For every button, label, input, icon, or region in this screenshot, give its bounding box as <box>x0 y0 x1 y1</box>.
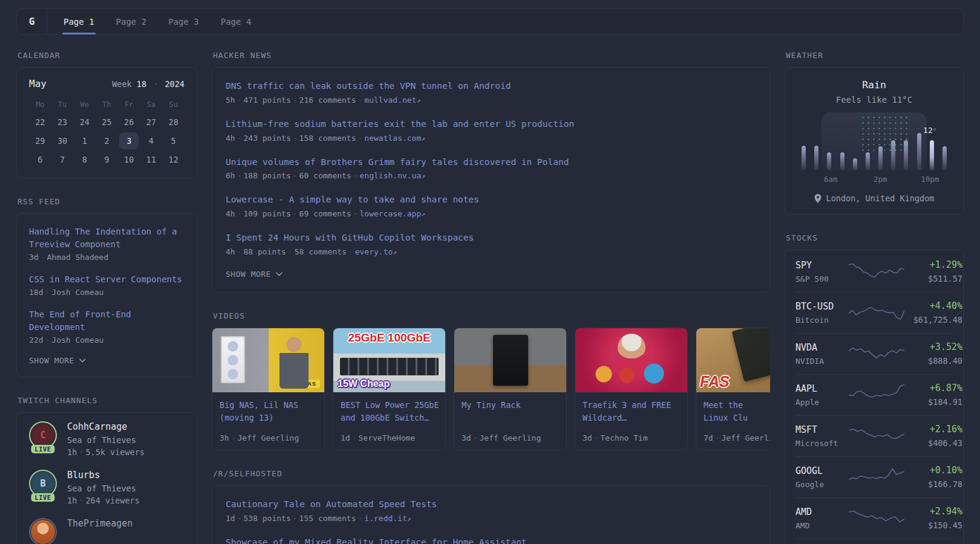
external-link-icon: ↗ <box>421 172 425 180</box>
tab-page-3[interactable]: Page 3 <box>168 9 199 34</box>
stock-row-msft[interactable]: MSFTMicrosoft+2.16%$406.43 <box>795 415 953 456</box>
separator-dot: · <box>291 514 299 523</box>
video-card[interactable]: 25GbE 100GbE15W CheapBEST Low Power 25Gb… <box>333 328 446 450</box>
post-domain-link[interactable]: mullvad.net <box>364 96 416 105</box>
video-card[interactable]: FASMeet theLinux Clu7d·Jeff Geerling <box>696 328 770 450</box>
calendar-day: 28 <box>162 113 185 132</box>
thumbnail-text: 15W Cheap <box>338 378 390 389</box>
post-title[interactable]: Cautionary Tale on Automated Speed Tests <box>226 498 756 511</box>
calendar-day: 26 <box>118 113 140 132</box>
separator-dot: · <box>235 171 244 180</box>
video-age: 1d <box>341 433 350 442</box>
post-domain-link[interactable]: lowercase.app <box>360 209 422 218</box>
video-title[interactable]: My Tiny Rack <box>462 399 559 412</box>
rss-show-more-button[interactable]: SHOW MORE <box>29 356 185 365</box>
post-title[interactable]: Lowercase - A simple way to take and sha… <box>226 193 756 207</box>
calendar-day: 7 <box>51 151 74 169</box>
calendar-day: 2 <box>96 132 118 151</box>
calendar-day: 6 <box>29 151 51 169</box>
stock-row-spy[interactable]: SPYS&P 500+1.29%$511.57 <box>795 251 953 292</box>
tab-page-2[interactable]: Page 2 <box>116 9 147 34</box>
separator-dot: · <box>713 433 722 442</box>
post-title[interactable]: Unique volumes of Brothers Grimm fairy t… <box>226 156 756 169</box>
stock-id: AMDAMD <box>795 507 849 530</box>
external-link-icon: ↗ <box>421 135 425 143</box>
post-age: 4h <box>226 247 235 256</box>
weather-condition: Rain <box>797 79 951 91</box>
video-card[interactable]: Traefik 3 and FREEWildcard…3d·Techno Tim <box>575 328 688 450</box>
external-link-icon: ↗ <box>393 248 397 256</box>
stock-row-googl[interactable]: GOOGLGoogle+0.10%$166.78 <box>795 456 953 497</box>
stock-row-aapl[interactable]: AAPLApple+6.87%$184.91 <box>795 374 953 415</box>
twitch-channel-row[interactable]: CLIVECohhCarnageSea of Thieves1h·5.5k vi… <box>29 421 185 457</box>
stock-name: Bitcoin <box>795 316 849 325</box>
twitch-live-duration: 1h <box>67 496 77 505</box>
right-column: WEATHER Rain Feels like 11°C 12° 6am2pm1… <box>785 51 964 544</box>
video-title[interactable]: Meet theLinux Clu <box>704 399 770 424</box>
twitch-channel-row[interactable]: BLIVEBlurbsSea of Thieves1h·264 viewers <box>29 470 185 505</box>
twitch-channel-name[interactable]: ThePrimeagen <box>67 518 132 529</box>
stock-ticker: AAPL <box>795 383 849 394</box>
rss-item-title[interactable]: The End of Front-End Development <box>29 308 185 334</box>
temperature-bar-current <box>930 140 934 170</box>
selfhosted-card: Cautionary Tale on Automated Speed Tests… <box>212 485 770 544</box>
twitch-channel-info: CohhCarnageSea of Thieves1h·5.5k viewers <box>67 421 145 457</box>
post-domain-link[interactable]: english.nv.ua <box>360 171 422 180</box>
middle-column: HACKER NEWS DNS traffic can leak outside… <box>212 51 770 544</box>
post-title[interactable]: Showcase of my Mixed Reality Interface f… <box>226 536 756 544</box>
stock-row-amd[interactable]: AMDAMD+2.94%$150.45 <box>795 497 953 539</box>
hackernews-show-more-button[interactable]: SHOW MORE <box>226 270 756 279</box>
video-channel: Techno Tim <box>600 433 647 442</box>
rss-item-title[interactable]: Handling The Indentation of a Treeview C… <box>29 225 185 251</box>
stock-price: $184.91 <box>904 397 962 407</box>
post-age: 5h <box>226 96 235 105</box>
video-title[interactable]: Traefik 3 and FREEWildcard… <box>583 399 680 424</box>
stock-row-btc-usd[interactable]: BTC-USDBitcoin+4.40%$61,725.48 <box>795 292 953 333</box>
post-item: Cautionary Tale on Automated Speed Tests… <box>226 498 756 523</box>
tab-page-1[interactable]: Page 1 <box>64 9 94 34</box>
stock-change: +0.10% <box>904 465 962 476</box>
tab-page-4[interactable]: Page 4 <box>221 9 252 34</box>
stock-ticker: NVDA <box>795 342 849 353</box>
separator-dot: · <box>351 209 360 218</box>
post-title[interactable]: I Spent 24 Hours with GitHub Copilot Wor… <box>226 232 756 245</box>
selfhosted-widget: /R/SELFHOSTED Cautionary Tale on Automat… <box>212 469 770 544</box>
post-comments: 69 comments <box>299 209 351 218</box>
calendar-widget: CALENDAR May Week 18 · 2024 MoTuWeThFrSa… <box>16 51 197 178</box>
stock-row-nvda[interactable]: NVDANVIDIA+3.52%$888.40 <box>795 333 953 374</box>
calendar-day: 12 <box>162 151 185 169</box>
calendar-day: 3 <box>118 132 140 151</box>
twitch-channel-info: BlurbsSea of Thieves1h·264 viewers <box>67 470 140 505</box>
video-card[interactable]: My Tiny Rack3d·Jeff Geerling <box>454 328 567 450</box>
video-age: 3d <box>583 433 592 442</box>
weather-card: Rain Feels like 11°C 12° 6am2pm10pm Lond… <box>785 67 964 215</box>
twitch-channel-info: ThePrimeagen <box>67 518 132 544</box>
hackernews-section-title: HACKER NEWS <box>213 51 770 60</box>
rss-item-meta: 22d·Josh Comeau <box>29 335 185 345</box>
post-age: 6h <box>226 171 235 180</box>
post-domain-link[interactable]: newatlas.com <box>364 134 421 143</box>
twitch-channel-game: Sea of Thieves <box>67 435 145 445</box>
rss-item-title[interactable]: CSS in React Server Components <box>29 273 185 286</box>
stock-row-rddt[interactable]: RDDT-1.65% <box>795 539 953 544</box>
video-title[interactable]: BEST Low Power 25GbEand 100GbE Switch… <box>341 399 438 424</box>
post-title[interactable]: Lithium-free sodium batteries exit the l… <box>226 118 756 131</box>
twitch-channel-name[interactable]: CohhCarnage <box>67 421 145 432</box>
video-title[interactable]: Big NAS, Lil NAS(moving 13) <box>220 399 317 424</box>
stock-values: +2.16%$406.43 <box>904 424 962 448</box>
video-card[interactable]: LIL NASBig NAS, Lil NAS(moving 13)3h·Jef… <box>212 328 325 450</box>
post-title[interactable]: DNS traffic can leak outside the VPN tun… <box>226 80 756 93</box>
temperature-bar <box>827 152 831 170</box>
post-age: 4h <box>226 209 235 218</box>
separator-dot: · <box>351 171 360 180</box>
twitch-channel-row[interactable]: ThePrimeagen <box>29 518 185 544</box>
rss-item-meta: 18d·Josh Comeau <box>29 288 185 297</box>
video-meta: 3h·Jeff Geerling <box>220 428 317 442</box>
post-domain-link[interactable]: i.redd.it <box>364 514 407 523</box>
post-comments: 155 comments <box>299 514 356 523</box>
calendar-card: May Week 18 · 2024 MoTuWeThFrSaSu2223242… <box>16 67 197 178</box>
degree-symbol: ° <box>933 127 937 135</box>
twitch-channel-name[interactable]: Blurbs <box>67 470 140 481</box>
post-domain-link[interactable]: every.to <box>355 247 393 256</box>
app-logo[interactable]: G <box>17 9 47 34</box>
